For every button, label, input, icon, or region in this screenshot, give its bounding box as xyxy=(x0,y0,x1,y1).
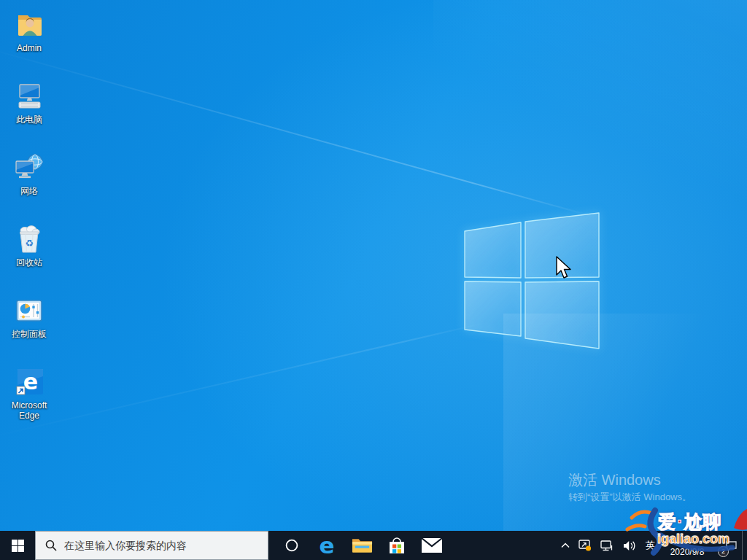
desktop-icon-label: 此电脑 xyxy=(16,114,42,125)
tray-network-button[interactable] xyxy=(596,531,619,560)
windows-logo-icon xyxy=(12,540,24,552)
clock-date: 2020/9/8 xyxy=(670,547,705,557)
desktop-icon-control-panel[interactable]: 控制面板 xyxy=(1,295,57,339)
wallpaper-light-beam xyxy=(0,45,597,218)
desktop-icon-label: Microsoft Edge xyxy=(1,400,57,421)
tray-volume-button[interactable] xyxy=(619,531,640,560)
desktop-icon-network[interactable]: 网络 xyxy=(1,152,57,196)
mail-icon xyxy=(421,537,443,553)
desktop-icon-label: Admin xyxy=(17,43,42,53)
activation-title: 激活 Windows xyxy=(568,471,692,489)
taskbar-search xyxy=(35,531,268,560)
mail-button[interactable] xyxy=(414,531,449,560)
file-explorer-button[interactable] xyxy=(344,531,379,560)
svg-text:e: e xyxy=(23,369,38,394)
edge-taskbar-button[interactable]: e xyxy=(309,531,344,560)
notification-count-badge: 2 xyxy=(718,546,729,557)
search-icon xyxy=(45,540,57,551)
language-indicator[interactable]: 英 xyxy=(640,531,660,560)
start-button[interactable] xyxy=(0,531,35,560)
svg-text:e: e xyxy=(319,534,334,557)
windows-wallpaper-logo-icon xyxy=(460,209,605,354)
desktop-icon-label: 网络 xyxy=(20,186,38,196)
desktop-icon-recycle-bin[interactable]: ♻ 回收站 xyxy=(1,223,57,268)
cortana-button[interactable] xyxy=(274,531,309,560)
desktop-icon-microsoft-edge[interactable]: e Microsoft Edge xyxy=(1,366,57,421)
control-panel-icon xyxy=(13,295,45,327)
microsoft-store-button[interactable] xyxy=(379,531,414,560)
file-explorer-icon xyxy=(352,537,373,554)
this-pc-icon xyxy=(13,80,45,112)
network-status-icon xyxy=(600,540,614,551)
network-icon xyxy=(13,152,45,184)
taskbar-clock[interactable]: 2020/9/8 xyxy=(660,531,714,560)
desktop-icon-admin[interactable]: Admin xyxy=(1,9,57,53)
cortana-icon xyxy=(285,539,298,552)
edge-icon: e xyxy=(315,534,338,557)
store-icon xyxy=(387,535,406,556)
recycle-bin-icon: ♻ xyxy=(13,223,45,255)
desktop-icon-this-pc[interactable]: 此电脑 xyxy=(1,80,57,125)
monitor-alert-icon xyxy=(578,540,592,551)
show-desktop-button[interactable] xyxy=(742,531,747,560)
activation-watermark: 激活 Windows 转到“设置”以激活 Windows。 xyxy=(568,471,692,505)
desktop-icon-label: 回收站 xyxy=(16,257,42,268)
user-folder-icon xyxy=(13,9,45,41)
tray-update-button[interactable] xyxy=(574,531,596,560)
system-tray: 英 2020/9/8 2 xyxy=(557,531,747,560)
svg-text:♻: ♻ xyxy=(25,238,34,249)
desktop-icon-label: 控制面板 xyxy=(12,329,47,339)
activation-subtitle: 转到“设置”以激活 Windows。 xyxy=(568,490,692,505)
search-input[interactable] xyxy=(64,532,268,559)
action-center-button[interactable]: 2 xyxy=(714,531,742,560)
wallpaper-light-beam xyxy=(433,0,747,226)
chevron-up-icon xyxy=(561,542,570,548)
volume-icon xyxy=(623,540,636,551)
taskbar: e xyxy=(0,531,747,560)
windows-desktop: Admin 此电脑 网络 xyxy=(0,0,747,560)
wallpaper-light-beam xyxy=(0,323,483,439)
tray-chevron-button[interactable] xyxy=(557,531,574,560)
microsoft-edge-icon: e xyxy=(13,366,45,398)
